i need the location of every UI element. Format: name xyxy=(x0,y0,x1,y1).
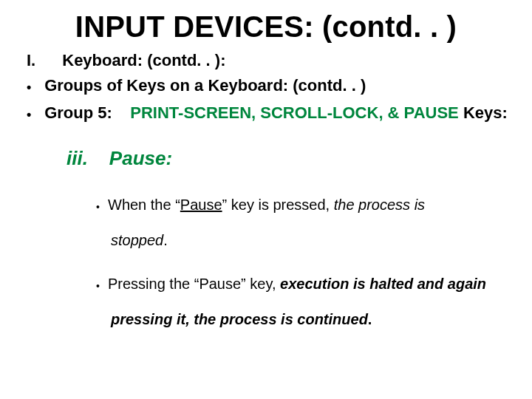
b1-mid: ” key is pressed, xyxy=(222,197,334,213)
pause-marker: iii. xyxy=(66,147,88,169)
slide-title: INPUT DEVICES: (contd. . ) xyxy=(0,0,532,44)
line-group5: Group 5: PRINT-SCREEN, SCROLL-LOCK, & PA… xyxy=(27,102,517,125)
b2-bi1: execution is halted and again xyxy=(280,276,486,292)
line-groups: Groups of Keys on a Keyboard: (contd. . … xyxy=(27,75,517,98)
slide: INPUT DEVICES: (contd. . ) I. Keyboard: … xyxy=(0,0,532,399)
sub-list: When the “Pause” key is pressed, the pro… xyxy=(96,188,517,337)
b1-italic1: the process is xyxy=(334,197,425,213)
slide-body: I. Keyboard: (contd. . ): Groups of Keys… xyxy=(0,44,532,337)
group5-label: Group 5: xyxy=(44,103,112,122)
line-keyboard-text: Keyboard: (contd. . ): xyxy=(62,51,225,69)
bullet-icon xyxy=(27,103,40,125)
sub-item-1: When the “Pause” key is pressed, the pro… xyxy=(96,188,517,258)
bullet-icon xyxy=(96,267,108,302)
b1-pre: When the “ xyxy=(108,197,180,213)
b2-pre: Pressing the “Pause” key, xyxy=(108,276,280,292)
group5-green: PRINT-SCREEN, SCROLL-LOCK, & PAUSE xyxy=(130,103,459,122)
group5-tail: Keys: xyxy=(459,103,508,122)
b2-bi2: pressing it, the process is continued xyxy=(111,311,368,327)
b2-period: . xyxy=(368,311,372,327)
pause-label: Pause: xyxy=(109,147,172,169)
roman-marker: I. xyxy=(27,50,43,72)
line-groups-text: Groups of Keys on a Keyboard: (contd. . … xyxy=(44,76,366,95)
bullet-icon xyxy=(96,188,108,223)
pause-header: iii. Pause: xyxy=(66,147,517,170)
bullet-icon xyxy=(27,75,40,98)
sub-item-2: Pressing the “Pause” key, execution is h… xyxy=(96,267,517,337)
line-keyboard: I. Keyboard: (contd. . ): xyxy=(27,50,517,72)
b1-italic2: stopped xyxy=(111,232,163,248)
b1-pause: Pause xyxy=(180,197,222,213)
b1-period: . xyxy=(163,232,168,248)
